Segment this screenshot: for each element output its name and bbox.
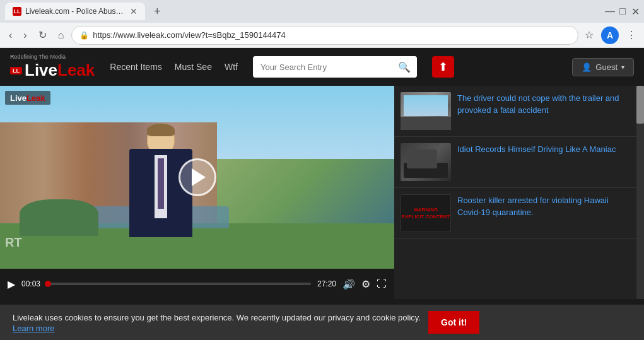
end-time: 27:20 [317,279,336,288]
new-tab-button[interactable]: + [150,4,165,20]
fullscreen-button[interactable]: ⛶ [377,278,387,290]
sidebar-item-text-2: Idiot Records Himself Driving Like A Man… [457,143,631,181]
cookie-message: Liveleak uses cookies to ensure you get … [13,313,421,322]
tab-favicon: LL [13,7,21,16]
browser-tab[interactable]: LL Liveleak.com - Police Abuse Of P ✕ [5,3,145,20]
tagline: Redefining The Media [10,54,66,60]
warning-label-1: WARNING [414,207,438,213]
guest-label: Guest [595,62,618,72]
main-content: LiveLeak RT ▶ 00:03 27:20 🔊 ⚙ ⛶ [0,86,644,299]
scrollbar-thumb[interactable] [636,86,644,124]
logo-badge: LL [10,67,22,74]
play-pause-button[interactable]: ▶ [8,278,15,290]
close-button[interactable]: ✕ [631,8,639,15]
learn-more-link[interactable]: Learn more [13,324,421,333]
minimize-button[interactable]: — [606,8,614,15]
current-time: 00:03 [21,279,40,288]
play-button[interactable] [179,158,216,196]
video-watermark: LiveLeak [5,91,50,105]
sidebar-item-text-3: Rooster killer arrested for violating Ha… [457,194,631,232]
upload-button[interactable]: ⬆ [432,56,454,78]
chevron-down-icon: ▾ [621,64,624,71]
profile-menu-button[interactable]: A [599,24,621,47]
progress-dot [45,281,51,287]
accept-cookies-button[interactable]: Got it! [428,311,479,334]
sidebar-item-text-1: The driver could not cope with the trail… [457,92,631,130]
address-bar[interactable]: 🔒 [71,26,578,45]
lock-icon: 🔒 [79,31,89,40]
guest-menu-button[interactable]: 👤 Guest ▾ [572,58,634,76]
browser-menu-button[interactable]: ⋮ [624,26,639,44]
browser-titlebar: LL Liveleak.com - Police Abuse Of P ✕ + … [0,0,644,23]
video-controls: ▶ 00:03 27:20 🔊 ⚙ ⛶ [0,269,394,299]
sidebar-item-title-3: Rooster killer arrested for violating Ha… [457,196,609,217]
tab-title: Liveleak.com - Police Abuse Of P [25,7,126,16]
url-input[interactable] [93,30,570,40]
back-button[interactable]: ‹ [5,27,16,44]
sidebar-thumb-1 [401,92,451,130]
sidebar-thumb-2 [401,143,451,181]
cookie-text-block: Liveleak uses cookies to ensure you get … [13,312,421,334]
tab-close-button[interactable]: ✕ [130,6,138,16]
browser-chrome: LL Liveleak.com - Police Abuse Of P ✕ + … [0,0,644,48]
search-box[interactable]: 🔍 [253,56,417,78]
browser-toolbar: ‹ › ↻ ⌂ 🔒 ☆ A ⋮ [0,23,644,48]
window-controls: — □ ✕ [606,8,639,15]
main-nav: Recent Items Must See Wtf [110,62,238,72]
search-input[interactable] [253,62,392,72]
home-button[interactable]: ⌂ [54,27,68,44]
toolbar-icons: ☆ A ⋮ [582,24,639,47]
channel-logo: RT [5,235,22,250]
sidebar: The driver could not cope with the trail… [394,86,644,299]
sidebar-item-2[interactable]: Idiot Records Himself Driving Like A Man… [394,137,644,188]
nav-wtf[interactable]: Wtf [225,62,238,72]
nav-recent-items[interactable]: Recent Items [110,62,161,72]
refresh-button[interactable]: ↻ [35,26,50,44]
bookmark-button[interactable]: ☆ [582,26,596,44]
sidebar-item-title-2: Idiot Records Himself Driving Like A Man… [457,144,616,154]
cookie-banner: Liveleak uses cookies to ensure you get … [0,305,644,340]
guest-icon: 👤 [582,62,592,72]
site-logo[interactable]: Redefining The Media LL LiveLeak [10,54,95,80]
maximize-button[interactable]: □ [619,8,626,15]
forward-button[interactable]: › [20,27,30,44]
video-section: LiveLeak RT ▶ 00:03 27:20 🔊 ⚙ ⛶ [0,86,394,299]
volume-button[interactable]: 🔊 [342,278,355,290]
sidebar-item-3[interactable]: WARNING EXPLICIT CONTENT Rooster killer … [394,188,644,239]
sidebar-item-1[interactable]: The driver could not cope with the trail… [394,86,644,137]
warning-label-2: EXPLICIT CONTENT [402,214,450,220]
avatar: A [601,26,619,44]
sidebar-item-title-1: The driver could not cope with the trail… [457,93,619,115]
settings-button[interactable]: ⚙ [361,278,370,290]
watermark-text: LiveLeak [10,93,45,103]
progress-bar[interactable] [47,283,311,285]
play-icon [192,168,206,186]
site-header: Redefining The Media LL LiveLeak Recent … [0,48,644,86]
search-button[interactable]: 🔍 [392,56,417,78]
sidebar-thumb-3: WARNING EXPLICIT CONTENT [401,194,451,232]
scrollbar[interactable] [636,86,644,299]
nav-must-see[interactable]: Must See [175,62,212,72]
logo-text: LiveLeak [25,61,95,80]
video-thumbnail: LiveLeak RT [0,86,394,269]
